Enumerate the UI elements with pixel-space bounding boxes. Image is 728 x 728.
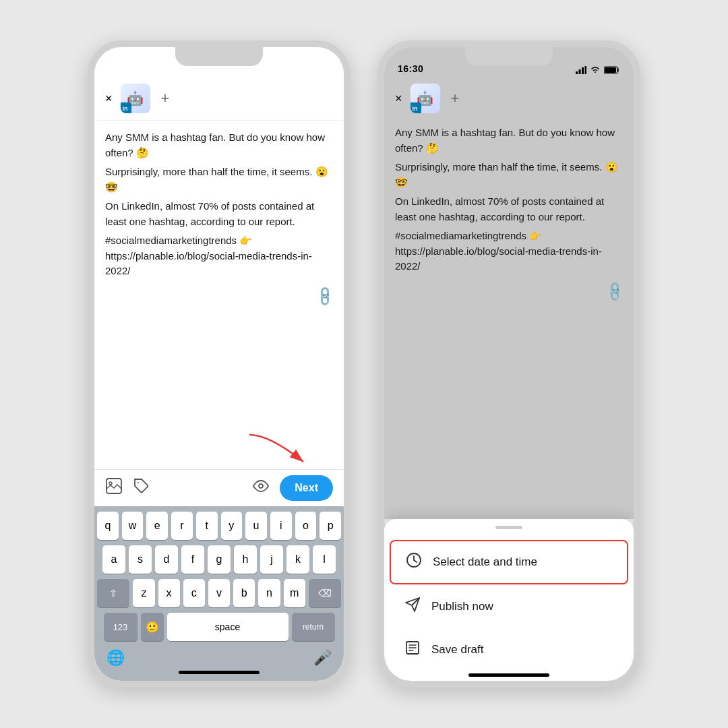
battery-icon bbox=[604, 66, 620, 74]
key-u[interactable]: u bbox=[245, 512, 267, 540]
svg-rect-6 bbox=[579, 69, 581, 74]
home-indicator-left bbox=[179, 671, 260, 674]
signal-icon bbox=[576, 66, 586, 74]
key-shift[interactable]: ⇧ bbox=[97, 579, 129, 607]
post-text-4-left: #socialmediamarketingtrends 👉 https://pl… bbox=[105, 233, 333, 279]
key-s[interactable]: s bbox=[129, 545, 152, 574]
link-icon-left: 🔗 bbox=[311, 282, 338, 309]
svg-point-3 bbox=[259, 484, 263, 488]
svg-rect-8 bbox=[585, 66, 587, 74]
home-indicator-right bbox=[468, 673, 549, 677]
screen-left: × 🤖 in + Any SMM is a hashtag fan. But d… bbox=[94, 47, 344, 681]
key-l[interactable]: l bbox=[313, 545, 336, 574]
key-num[interactable]: 123 bbox=[104, 613, 138, 641]
select-date-time-label: Select date and time bbox=[433, 555, 537, 569]
key-f[interactable]: f bbox=[181, 545, 204, 574]
key-x[interactable]: x bbox=[158, 579, 180, 607]
add-account-button-left[interactable]: + bbox=[161, 90, 170, 107]
post-text-1-right: Any SMM is a hashtag fan. But do you kno… bbox=[395, 125, 623, 156]
key-n[interactable]: n bbox=[258, 579, 280, 607]
keyboard-row-2: a s d f g h j k l bbox=[97, 545, 341, 574]
publish-now-label: Publish now bbox=[431, 600, 493, 613]
svg-rect-7 bbox=[582, 67, 584, 74]
eye-icon-left[interactable] bbox=[253, 478, 269, 498]
keyboard-bottom-bar: 🌐 🎤 bbox=[97, 646, 341, 668]
clock-icon-right bbox=[406, 552, 422, 572]
phone-left: × 🤖 in + Any SMM is a hashtag fan. But d… bbox=[88, 40, 351, 688]
key-y[interactable]: y bbox=[221, 512, 243, 540]
link-icon-right: 🔗 bbox=[601, 278, 628, 304]
key-k[interactable]: k bbox=[286, 545, 309, 574]
keyboard-left: q w e r t y u i o p a s d f g h j k l bbox=[94, 506, 344, 681]
bottom-sheet-right: Select date and time Publish now bbox=[384, 519, 634, 681]
mic-icon-left[interactable]: 🎤 bbox=[313, 649, 332, 667]
key-o[interactable]: o bbox=[295, 512, 317, 540]
key-return[interactable]: return bbox=[292, 613, 335, 641]
image-icon-left[interactable] bbox=[105, 477, 123, 499]
key-delete[interactable]: ⌫ bbox=[309, 579, 341, 607]
key-m[interactable]: m bbox=[284, 579, 305, 607]
send-icon-right bbox=[404, 597, 421, 617]
key-v[interactable]: v bbox=[208, 579, 230, 607]
keyboard-row-3: ⇧ z x c v b n m ⌫ bbox=[97, 579, 341, 607]
phone-notch-left bbox=[175, 47, 263, 66]
save-draft-label: Save draft bbox=[431, 643, 484, 657]
key-c[interactable]: c bbox=[183, 579, 205, 607]
status-time: 16:30 bbox=[398, 63, 423, 74]
post-text-2-left: Surprisingly, more than half the time, i… bbox=[105, 164, 333, 195]
sheet-handle-right bbox=[495, 526, 522, 529]
linkedin-badge-right: in bbox=[411, 102, 421, 113]
phone-right: 16:30 bbox=[377, 40, 640, 688]
add-account-button-right[interactable]: + bbox=[451, 90, 460, 107]
link-area-left: 🔗 bbox=[105, 283, 333, 311]
avatar-right: 🤖 in bbox=[411, 84, 440, 113]
svg-point-1 bbox=[109, 482, 112, 485]
key-r[interactable]: r bbox=[171, 512, 193, 540]
select-date-time-option[interactable]: Select date and time bbox=[390, 540, 628, 584]
key-p[interactable]: p bbox=[320, 512, 341, 540]
key-emoji[interactable]: 🙂 bbox=[141, 613, 164, 641]
toolbar-left: Next bbox=[94, 469, 344, 506]
tag-icon-left[interactable] bbox=[133, 478, 150, 498]
post-content-left: Any SMM is a hashtag fan. But do you kno… bbox=[94, 121, 344, 469]
wifi-icon bbox=[590, 66, 601, 74]
key-j[interactable]: j bbox=[260, 545, 283, 574]
key-a[interactable]: a bbox=[102, 545, 125, 574]
key-e[interactable]: e bbox=[146, 512, 168, 540]
post-text-3-left: On LinkedIn, almost 70% of posts contain… bbox=[105, 199, 333, 229]
close-button-right[interactable]: × bbox=[395, 92, 402, 106]
publish-now-option[interactable]: Publish now bbox=[390, 586, 628, 628]
app-header-left: × 🤖 in + bbox=[94, 77, 344, 121]
key-z[interactable]: z bbox=[133, 579, 154, 607]
phone-notch-right bbox=[465, 47, 553, 66]
svg-rect-5 bbox=[576, 71, 578, 74]
close-button-left[interactable]: × bbox=[105, 92, 113, 106]
link-area-right: 🔗 bbox=[395, 278, 623, 301]
svg-rect-10 bbox=[605, 67, 616, 73]
globe-icon-left[interactable]: 🌐 bbox=[107, 649, 125, 667]
post-text-4-right: #socialmediamarketingtrends 👉 https://pl… bbox=[395, 229, 623, 274]
post-text-3-right: On LinkedIn, almost 70% of posts contain… bbox=[395, 194, 623, 224]
key-i[interactable]: i bbox=[270, 512, 292, 540]
post-text-1-left: Any SMM is a hashtag fan. But do you kno… bbox=[105, 130, 333, 160]
post-text-2-right: Surprisingly, more than half the time, i… bbox=[395, 160, 623, 190]
linkedin-badge-left: in bbox=[121, 102, 131, 113]
key-b[interactable]: b bbox=[233, 579, 255, 607]
draft-icon-right bbox=[404, 640, 421, 660]
screen-top-right: 16:30 bbox=[384, 47, 634, 519]
save-draft-option[interactable]: Save draft bbox=[390, 629, 628, 671]
keyboard-row-4: 123 🙂 space return bbox=[97, 613, 341, 641]
key-g[interactable]: g bbox=[208, 545, 231, 574]
status-icons-right bbox=[576, 66, 620, 74]
keyboard-row-1: q w e r t y u i o p bbox=[97, 512, 341, 540]
next-button-left[interactable]: Next bbox=[280, 475, 333, 501]
key-t[interactable]: t bbox=[196, 512, 218, 540]
key-space[interactable]: space bbox=[167, 613, 289, 641]
post-content-right: Any SMM is a hashtag fan. But do you kno… bbox=[384, 120, 634, 519]
key-d[interactable]: d bbox=[155, 545, 178, 574]
key-q[interactable]: q bbox=[97, 512, 119, 540]
key-h[interactable]: h bbox=[234, 545, 257, 574]
avatar-left: 🤖 in bbox=[121, 84, 150, 113]
app-header-right: × 🤖 in + bbox=[384, 77, 634, 120]
key-w[interactable]: w bbox=[122, 512, 144, 540]
